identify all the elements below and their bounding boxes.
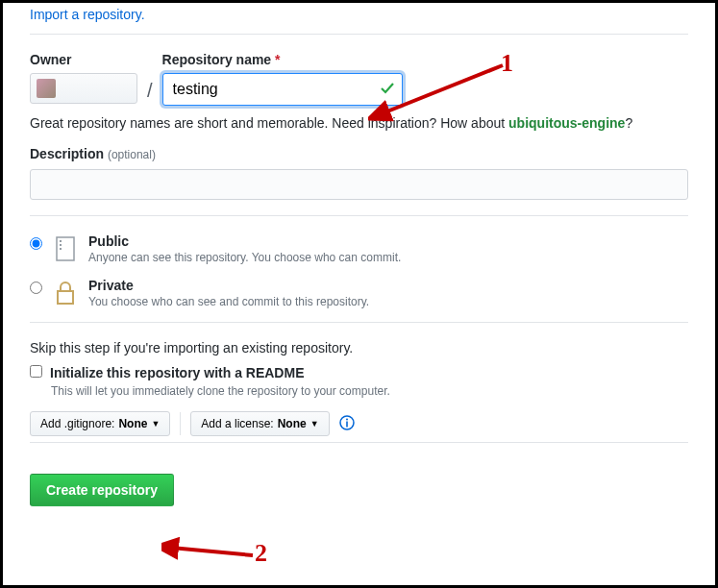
owner-selector[interactable] <box>30 73 137 104</box>
private-desc: You choose who can see and commit to thi… <box>88 295 369 308</box>
divider <box>30 215 688 216</box>
owner-label: Owner <box>30 52 137 67</box>
suggestion-link[interactable]: ubiquitous-engine <box>508 115 625 131</box>
svg-line-9 <box>171 548 253 555</box>
description-label: Description <box>30 146 104 161</box>
lock-icon <box>52 278 79 306</box>
license-dropdown[interactable]: Add a license: None▼ <box>190 411 329 436</box>
svg-rect-4 <box>58 291 73 304</box>
repo-name-hint: Great repository names are short and mem… <box>30 115 688 131</box>
public-title: Public <box>88 233 401 249</box>
svg-rect-0 <box>57 237 74 260</box>
private-radio[interactable] <box>30 282 42 294</box>
divider <box>180 412 181 435</box>
svg-rect-3 <box>60 248 62 250</box>
readme-label: Initialize this repository with a README <box>50 365 304 380</box>
readme-desc: This will let you immediately clone the … <box>51 384 688 398</box>
skip-text: Skip this step if you're importing an ex… <box>30 340 688 355</box>
repo-name-input[interactable] <box>162 73 403 106</box>
create-repository-button[interactable]: Create repository <box>30 474 174 506</box>
gitignore-dropdown[interactable]: Add .gitignore: None▼ <box>30 411 170 436</box>
repo-name-label: Repository name * <box>162 52 403 67</box>
description-input[interactable] <box>30 169 688 200</box>
divider <box>30 34 688 35</box>
divider <box>30 442 688 443</box>
private-title: Private <box>88 278 369 293</box>
svg-point-6 <box>346 418 348 420</box>
public-desc: Anyone can see this repository. You choo… <box>88 251 401 264</box>
optional-hint: (optional) <box>108 148 156 161</box>
svg-rect-2 <box>60 244 62 246</box>
annotation-number-2: 2 <box>255 539 267 568</box>
svg-rect-1 <box>60 240 62 242</box>
divider <box>30 322 688 323</box>
check-icon <box>380 81 395 99</box>
arrow-annotation-2 <box>161 531 267 570</box>
chevron-down-icon: ▼ <box>310 419 319 429</box>
avatar <box>37 79 56 98</box>
public-radio[interactable] <box>30 237 42 250</box>
import-repository-link[interactable]: Import a repository. <box>30 7 145 22</box>
chevron-down-icon: ▼ <box>151 419 160 429</box>
repo-icon <box>52 233 79 262</box>
readme-checkbox[interactable] <box>30 365 42 378</box>
slash-separator: / <box>147 80 153 106</box>
svg-rect-7 <box>346 421 348 427</box>
info-icon[interactable] <box>339 415 355 433</box>
